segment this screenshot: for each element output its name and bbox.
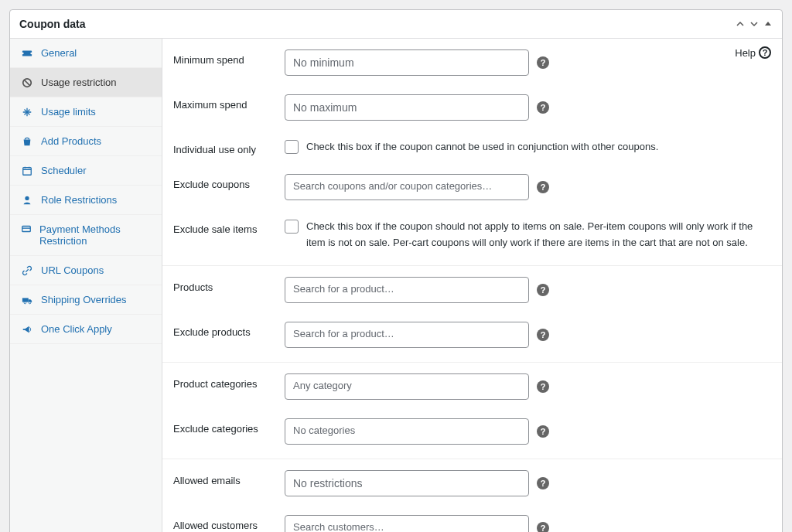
row-exclude-products: Exclude products Search for a product… ? xyxy=(162,312,782,357)
field-label: Minimum spend xyxy=(173,49,277,66)
row-exclude-coupons: Exclude coupons Search coupons and/or co… xyxy=(162,165,782,210)
sidebar-item-shipping-overrides[interactable]: Shipping Overrides xyxy=(10,285,162,315)
exclude-products-select[interactable]: Search for a product… xyxy=(285,322,529,348)
tooltip-icon[interactable]: ? xyxy=(537,101,549,114)
panel-title: Coupon data xyxy=(19,18,86,30)
sidebar-item-role-restrictions[interactable]: Role Restrictions xyxy=(10,186,162,215)
tooltip-icon[interactable]: ? xyxy=(537,284,549,296)
row-minimum-spend: Minimum spend ? xyxy=(162,39,782,85)
tooltip-icon[interactable]: ? xyxy=(537,522,549,532)
sidebar-item-label: Shipping Overrides xyxy=(41,294,127,305)
products-select[interactable]: Search for a product… xyxy=(285,277,529,303)
tooltip-icon[interactable]: ? xyxy=(537,56,549,69)
sidebar-item-payment-methods[interactable]: Payment Methods Restriction xyxy=(10,215,162,256)
svg-point-17 xyxy=(24,302,26,304)
row-individual-use: Individual use only Check this box if th… xyxy=(162,130,782,165)
sidebar: General Usage restriction Usage limits A… xyxy=(10,39,162,532)
divider xyxy=(162,362,782,363)
exclude-sale-checkbox[interactable] xyxy=(285,220,299,234)
row-allowed-customers: Allowed customers Search customers… ? xyxy=(162,506,782,532)
allowed-customers-select[interactable]: Search customers… xyxy=(285,515,529,532)
field-label: Individual use only xyxy=(173,139,277,155)
row-product-categories: Product categories Any category ? xyxy=(162,364,782,409)
field-label: Exclude categories xyxy=(173,418,277,435)
sidebar-item-label: Usage restriction xyxy=(41,77,117,88)
field-label: Maximum spend xyxy=(173,94,277,111)
exclude-sale-desc: Check this box if the coupon should not … xyxy=(306,219,771,251)
sidebar-item-label: Role Restrictions xyxy=(41,194,117,206)
tooltip-icon[interactable]: ? xyxy=(537,477,549,489)
exclude-coupons-select[interactable]: Search coupons and/or coupon categories… xyxy=(285,174,529,200)
panel-body: General Usage restriction Usage limits A… xyxy=(10,39,782,532)
field-label: Product categories xyxy=(173,373,277,390)
sidebar-item-label: Payment Methods Restriction xyxy=(39,223,151,247)
tooltip-icon[interactable]: ? xyxy=(537,181,549,193)
field-label: Allowed emails xyxy=(173,470,277,486)
sidebar-item-label: Scheduler xyxy=(41,165,87,176)
svg-rect-1 xyxy=(22,52,24,54)
row-exclude-categories: Exclude categories No categories ? xyxy=(162,409,782,454)
megaphone-icon xyxy=(21,324,33,335)
bag-icon xyxy=(21,136,33,147)
sidebar-item-usage-restriction[interactable]: Usage restriction xyxy=(10,68,162,97)
product-categories-select[interactable]: Any category xyxy=(285,373,529,400)
sidebar-item-label: One Click Apply xyxy=(41,323,112,335)
svg-line-4 xyxy=(25,80,30,85)
sidebar-item-label: Add Products xyxy=(41,135,101,147)
card-icon xyxy=(21,223,32,234)
sidebar-item-label: General xyxy=(41,47,77,59)
row-maximum-spend: Maximum spend ? xyxy=(162,85,782,130)
panel-down-icon[interactable] xyxy=(749,19,759,29)
sidebar-item-label: URL Coupons xyxy=(41,264,104,276)
individual-use-checkbox[interactable] xyxy=(285,140,299,154)
panel-toggle-icon[interactable] xyxy=(763,19,773,29)
user-icon xyxy=(21,195,33,206)
link-icon xyxy=(21,265,33,276)
panel-controls xyxy=(736,19,773,29)
sidebar-item-scheduler[interactable]: Scheduler xyxy=(10,156,162,186)
individual-use-desc: Check this box if the coupon cannot be u… xyxy=(306,139,658,155)
truck-icon xyxy=(21,295,33,305)
maximum-spend-input[interactable] xyxy=(285,94,529,121)
svg-rect-14 xyxy=(22,227,31,232)
svg-point-18 xyxy=(29,302,31,304)
sidebar-item-add-products[interactable]: Add Products xyxy=(10,127,162,156)
panel-header: Coupon data xyxy=(10,10,782,39)
minimum-spend-input[interactable] xyxy=(285,49,529,76)
content-pane: Help ? Minimum spend ? Maximum spend ? I… xyxy=(162,39,782,532)
sidebar-item-general[interactable]: General xyxy=(10,39,162,68)
help-link[interactable]: Help ? xyxy=(735,46,771,59)
divider xyxy=(162,265,782,266)
tooltip-icon[interactable]: ? xyxy=(537,425,549,438)
panel-up-icon[interactable] xyxy=(736,19,745,29)
field-label: Products xyxy=(173,277,277,293)
field-label: Exclude coupons xyxy=(173,174,277,190)
svg-point-13 xyxy=(25,196,29,200)
sidebar-item-usage-limits[interactable]: Usage limits xyxy=(10,97,162,127)
svg-rect-0 xyxy=(22,50,32,56)
ticket-icon xyxy=(21,48,33,59)
plus-icon xyxy=(21,107,33,118)
row-exclude-sale: Exclude sale items Check this box if the… xyxy=(162,210,782,261)
field-label: Exclude sale items xyxy=(173,219,277,235)
row-products: Products Search for a product… ? xyxy=(162,268,782,312)
ban-icon xyxy=(21,77,33,88)
field-label: Allowed customers xyxy=(173,515,277,531)
exclude-categories-select[interactable]: No categories xyxy=(285,418,529,445)
svg-rect-9 xyxy=(23,167,32,175)
divider xyxy=(162,459,782,459)
field-label: Exclude products xyxy=(173,322,277,338)
tooltip-icon[interactable]: ? xyxy=(537,380,549,393)
calendar-icon xyxy=(21,165,33,176)
row-allowed-emails: Allowed emails ? xyxy=(162,461,782,506)
svg-rect-2 xyxy=(30,52,32,54)
sidebar-item-label: Usage limits xyxy=(41,106,96,118)
help-icon: ? xyxy=(759,46,771,59)
tooltip-icon[interactable]: ? xyxy=(537,329,549,341)
sidebar-item-url-coupons[interactable]: URL Coupons xyxy=(10,256,162,285)
coupon-data-panel: Coupon data General Usage restriction Us… xyxy=(9,9,783,532)
allowed-emails-input[interactable] xyxy=(285,470,529,496)
help-label: Help xyxy=(735,47,756,59)
sidebar-item-one-click-apply[interactable]: One Click Apply xyxy=(10,315,162,344)
